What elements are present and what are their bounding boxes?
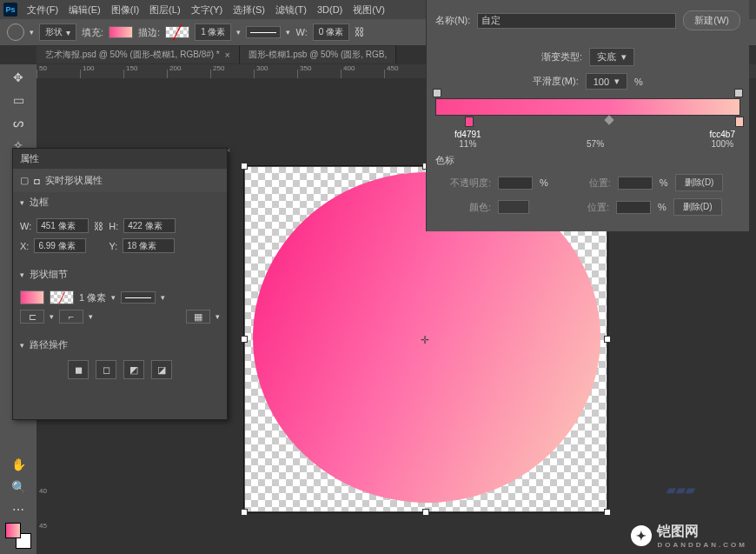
gradient-name-input[interactable]: [477, 13, 676, 29]
transform-handle[interactable]: [604, 336, 611, 343]
stroke-swatch-mini[interactable]: ╱: [50, 290, 74, 304]
color-picker[interactable]: [5, 523, 31, 549]
stop2-hex: fcc4b7: [710, 130, 735, 139]
menu-type[interactable]: 文字(Y): [187, 3, 228, 17]
watermark-url: DOANDDAN.COM: [657, 541, 747, 549]
fill-label: 填充:: [82, 26, 103, 39]
cap-butt-icon[interactable]: ⊏: [20, 310, 44, 324]
smoothness-dd[interactable]: 100 ▾: [586, 73, 627, 90]
color-label: 颜色:: [435, 201, 491, 214]
position-input-2[interactable]: [616, 201, 651, 214]
menu-file[interactable]: 文件(F): [23, 3, 63, 17]
align-icon[interactable]: ▦: [186, 310, 210, 324]
stroke-style-dd[interactable]: [246, 26, 281, 38]
pathop-intersect[interactable]: ◩: [123, 360, 144, 379]
pathop-combine[interactable]: ◼: [68, 360, 89, 379]
pct-label: %: [634, 77, 643, 87]
panel-title[interactable]: 属性: [13, 149, 227, 169]
delete-button[interactable]: 删除(D): [675, 174, 724, 191]
fill-swatch[interactable]: [109, 26, 133, 38]
dropdown-arrow-icon[interactable]: ▾: [236, 28, 241, 37]
dropdown-arrow-icon[interactable]: ▾: [286, 28, 290, 37]
link-icon[interactable]: ⛓: [355, 26, 365, 38]
ruler-v-tick: 40: [39, 487, 47, 495]
menu-3d[interactable]: 3D(D): [313, 4, 347, 15]
h-label: H:: [109, 221, 118, 231]
x-label: X:: [20, 241, 29, 251]
gradient-editor: 名称(N): 新建(W) 渐变类型: 实底 ▾ 平滑度(M): 100 ▾ % …: [426, 0, 749, 231]
live-shape-header: ▢ ◘ 实时形状属性: [13, 169, 227, 192]
menu-edit[interactable]: 编辑(E): [64, 3, 105, 17]
shape-mode-dd[interactable]: 形状 ▾: [39, 23, 76, 41]
opacity-input[interactable]: [498, 177, 533, 190]
watermark-brand: 铠图网: [657, 524, 699, 538]
name-label: 名称(N):: [435, 14, 470, 27]
stroke-style-mini[interactable]: [121, 291, 156, 304]
border-section[interactable]: ▾边框: [13, 192, 227, 212]
opacity-stop-left[interactable]: [433, 89, 441, 97]
position-label: 位置:: [554, 201, 609, 214]
tab-doc1[interactable]: 艺术海报.psd @ 50% (圆形-模糊1, RGB/8#) *×: [36, 46, 240, 63]
gradient-type-dd[interactable]: 实底 ▾: [589, 48, 634, 66]
chevron-down-icon: ▾: [20, 270, 24, 279]
move-tool-icon[interactable]: ✥: [9, 68, 28, 87]
hand-tool-icon[interactable]: ✋: [9, 455, 28, 474]
menu-select[interactable]: 选择(S): [229, 3, 269, 17]
join-miter-icon[interactable]: ⌐: [59, 310, 83, 324]
menu-image[interactable]: 图像(I): [107, 3, 143, 17]
transform-handle[interactable]: [422, 509, 429, 516]
link-icon[interactable]: ⛓: [94, 221, 103, 231]
transform-handle[interactable]: [241, 336, 248, 343]
fill-swatch-mini[interactable]: [20, 290, 44, 304]
small-watermark: ▰▰▰: [666, 483, 695, 497]
stroke-width-mini[interactable]: 1 像素: [79, 291, 106, 304]
menu-filter[interactable]: 滤镜(T): [271, 3, 311, 17]
path-ops-section[interactable]: ▾路径操作: [13, 335, 227, 355]
mask-icon: ◘: [34, 176, 40, 186]
new-button[interactable]: 新建(W): [683, 10, 740, 30]
pct-label: %: [658, 202, 666, 212]
type-label: 渐变类型:: [541, 50, 582, 63]
menu-layer[interactable]: 图层(L): [145, 3, 184, 17]
position-input[interactable]: [618, 177, 653, 190]
colorstop-label: 色标: [435, 152, 740, 170]
pathop-exclude[interactable]: ◪: [151, 360, 172, 379]
pct-label: %: [660, 177, 668, 188]
more-tools-icon[interactable]: ⋯: [9, 500, 28, 519]
zoom-tool-icon[interactable]: 🔍: [9, 477, 28, 497]
watermark: ✦ 铠图网 DOANDDAN.COM: [631, 523, 747, 549]
width-field[interactable]: 0 像素: [313, 23, 349, 41]
lasso-tool-icon[interactable]: ᔕ: [9, 113, 28, 132]
delete-button-2[interactable]: 删除(D): [673, 198, 722, 216]
stroke-width-dd[interactable]: 1 像素: [195, 23, 231, 41]
height-input[interactable]: [123, 218, 176, 233]
marquee-tool-icon[interactable]: ▭: [9, 90, 28, 110]
transform-handle[interactable]: [604, 509, 611, 516]
shape-detail-section[interactable]: ▾形状细节: [13, 264, 227, 284]
shape-icon: ▢: [20, 175, 29, 186]
chevron-down-icon: ▾: [20, 341, 24, 350]
stop1-pos: 11%: [454, 139, 481, 149]
color-stop-1[interactable]: [465, 117, 474, 127]
width-input[interactable]: [36, 218, 89, 233]
y-input[interactable]: [123, 238, 175, 253]
smooth-label: 平滑度(M):: [533, 75, 579, 88]
ellipse-tool-icon[interactable]: [7, 23, 24, 41]
color-swatch[interactable]: [498, 200, 529, 214]
transform-handle[interactable]: [241, 509, 248, 516]
x-input[interactable]: [34, 238, 86, 253]
dropdown-arrow-icon[interactable]: ▾: [30, 28, 34, 37]
pathop-subtract[interactable]: ◻: [96, 360, 116, 379]
close-tab-icon[interactable]: ×: [225, 50, 230, 60]
tab-doc2[interactable]: 圆形-模糊1.psb @ 50% (圆形, RGB,: [240, 46, 397, 63]
mid-pos: 57%: [587, 139, 604, 149]
menu-view[interactable]: 视图(V): [348, 3, 389, 17]
color-stop-2[interactable]: [735, 117, 744, 127]
stroke-swatch[interactable]: ╱: [165, 26, 189, 38]
gradient-bar[interactable]: [435, 98, 740, 116]
chevron-down-icon: ▾: [20, 198, 24, 207]
transform-handle[interactable]: [241, 163, 248, 170]
opacity-stop-right[interactable]: [734, 89, 743, 97]
transform-center-icon[interactable]: ✛: [421, 334, 429, 346]
stop1-hex: fd4791: [454, 130, 481, 139]
